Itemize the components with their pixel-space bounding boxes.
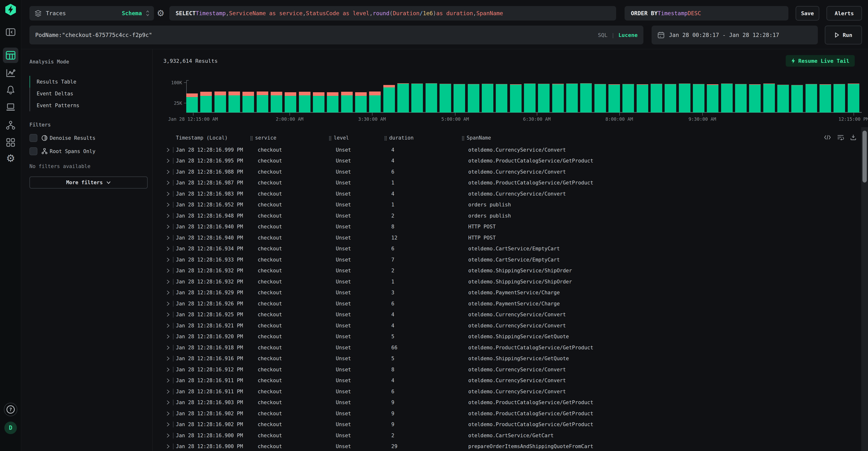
histogram-bar[interactable]	[637, 84, 648, 113]
drag-handle-icon[interactable]: ⣿	[384, 136, 387, 141]
histogram-bar[interactable]	[383, 85, 395, 113]
histogram-bar[interactable]	[580, 83, 592, 113]
hyperdx-logo[interactable]	[0, 4, 21, 16]
sidebar-item-search-active[interactable]	[3, 48, 18, 63]
collapse-panel-icon[interactable]	[0, 27, 21, 37]
histogram-bar[interactable]	[510, 84, 522, 113]
table-row[interactable]: Jan 28 12:28:16.987 PMcheckoutUnset1otel…	[163, 177, 868, 189]
histogram-bar[interactable]	[327, 92, 338, 113]
results-histogram[interactable]: 100K 25K Jan 28 12:15:00 AM2:00:00 AM3:3…	[163, 72, 868, 120]
histogram-bar[interactable]	[609, 84, 620, 113]
table-row[interactable]: Jan 28 12:28:16.929 PMcheckoutUnset3otel…	[163, 287, 868, 299]
table-row[interactable]: Jan 28 12:28:16.921 PMcheckoutUnset4otel…	[163, 320, 868, 331]
histogram-bar[interactable]	[848, 84, 859, 113]
histogram-bar[interactable]	[679, 84, 690, 113]
histogram-bar[interactable]	[806, 84, 817, 113]
sidebar-item-chart-explorer[interactable]	[0, 68, 21, 78]
histogram-bar[interactable]	[721, 84, 733, 113]
row-expand-button[interactable]	[163, 147, 173, 152]
table-row[interactable]: Jan 28 12:28:16.926 PMcheckoutUnset6otel…	[163, 298, 868, 309]
source-select[interactable]: Traces Schema	[29, 6, 154, 21]
table-row[interactable]: Jan 28 12:28:16.983 PMcheckoutUnset4otel…	[163, 188, 868, 199]
histogram-bar[interactable]	[468, 84, 479, 113]
row-expand-button[interactable]	[163, 411, 173, 416]
row-expand-button[interactable]	[163, 400, 173, 405]
row-expand-button[interactable]	[163, 159, 173, 163]
table-row[interactable]: Jan 28 12:28:16.916 PMcheckoutUnset5otel…	[163, 353, 868, 364]
row-expand-button[interactable]	[163, 202, 173, 207]
histogram-bar[interactable]	[834, 84, 845, 113]
mode-event-patterns[interactable]: Event Patterns	[29, 100, 148, 111]
row-expand-button[interactable]	[163, 367, 173, 372]
row-expand-button[interactable]	[163, 246, 173, 251]
wrap-text-icon[interactable]	[837, 135, 844, 140]
histogram-bar[interactable]	[594, 84, 606, 113]
histogram-bar[interactable]	[496, 84, 507, 113]
root-spans-checkbox[interactable]	[29, 147, 37, 155]
table-row[interactable]: Jan 28 12:28:16.900 PMcheckoutUnset29pre…	[163, 441, 868, 451]
sidebar-item-alerts[interactable]	[0, 85, 21, 95]
row-expand-button[interactable]	[163, 224, 173, 229]
histogram-bar[interactable]	[243, 92, 254, 113]
col-service[interactable]: ⣿ service	[248, 135, 326, 141]
drag-handle-icon[interactable]: ⣿	[250, 136, 253, 141]
table-row[interactable]: Jan 28 12:28:16.912 PMcheckoutUnset8otel…	[163, 364, 868, 375]
code-view-icon[interactable]	[824, 135, 831, 140]
histogram-bar[interactable]	[566, 84, 578, 113]
histogram-bar[interactable]	[664, 84, 676, 113]
histogram-bar[interactable]	[411, 84, 423, 113]
row-expand-button[interactable]	[163, 378, 173, 383]
histogram-bar[interactable]	[552, 84, 564, 113]
table-row[interactable]: Jan 28 12:28:16.902 PMcheckoutUnset9otel…	[163, 408, 868, 419]
histogram-bar[interactable]	[749, 84, 761, 113]
histogram-bar[interactable]	[200, 92, 212, 113]
table-row[interactable]: Jan 28 12:28:16.900 PMcheckoutUnset2otel…	[163, 430, 868, 441]
col-timestamp[interactable]: Timestamp (Local)	[174, 135, 248, 141]
orderby-query-input[interactable]: ORDER BY Timestamp DESC	[625, 6, 788, 21]
row-expand-button[interactable]	[163, 433, 173, 438]
table-row[interactable]: Jan 28 12:28:16.933 PMcheckoutUnset7otel…	[163, 254, 868, 265]
lucene-toggle[interactable]: Lucene	[619, 32, 638, 38]
row-expand-button[interactable]	[163, 301, 173, 306]
row-expand-button[interactable]	[163, 422, 173, 427]
more-filters-button[interactable]: More filters	[29, 176, 148, 189]
histogram-bar[interactable]	[538, 84, 550, 113]
histogram-bar[interactable]	[214, 91, 226, 113]
table-row[interactable]: Jan 28 12:28:16.911 PMcheckoutUnset6otel…	[163, 386, 868, 397]
row-expand-button[interactable]	[163, 312, 173, 317]
row-expand-button[interactable]	[163, 345, 173, 350]
table-row[interactable]: Jan 28 12:28:16.948 PMcheckoutUnset2orde…	[163, 210, 868, 221]
table-row[interactable]: Jan 28 12:28:16.940 PMcheckoutUnset12HTT…	[163, 232, 868, 243]
denoise-checkbox[interactable]	[29, 134, 37, 142]
row-expand-button[interactable]	[163, 214, 173, 218]
table-row[interactable]: Jan 28 12:28:16.918 PMcheckoutUnset66ote…	[163, 342, 868, 353]
table-row[interactable]: Jan 28 12:28:16.952 PMcheckoutUnset1orde…	[163, 199, 868, 210]
row-expand-button[interactable]	[163, 290, 173, 295]
table-row[interactable]: Jan 28 12:28:16.903 PMcheckoutUnset9otel…	[163, 397, 868, 408]
histogram-bar[interactable]	[791, 85, 803, 113]
row-expand-button[interactable]	[163, 180, 173, 185]
scrollbar-thumb[interactable]	[863, 131, 867, 182]
schema-mode-label[interactable]: Schema	[122, 10, 142, 17]
histogram-bar[interactable]	[819, 84, 831, 113]
help-button[interactable]: ?	[0, 403, 21, 416]
row-expand-button[interactable]	[163, 444, 173, 449]
table-row[interactable]: Jan 28 12:28:16.902 PMcheckoutUnset9otel…	[163, 419, 868, 430]
histogram-bar[interactable]	[777, 85, 789, 113]
row-expand-button[interactable]	[163, 323, 173, 328]
table-row[interactable]: Jan 28 12:28:16.988 PMcheckoutUnset6otel…	[163, 166, 868, 177]
alerts-button[interactable]: Alerts	[827, 6, 862, 21]
histogram-bar[interactable]	[341, 92, 353, 113]
row-expand-button[interactable]	[163, 169, 173, 174]
download-icon[interactable]	[850, 134, 857, 141]
col-spanname[interactable]: ⣿ SpanName	[459, 135, 868, 141]
col-duration[interactable]: ⣿ duration	[382, 135, 459, 141]
row-expand-button[interactable]	[163, 257, 173, 262]
row-expand-button[interactable]	[163, 235, 173, 240]
histogram-bar[interactable]	[651, 84, 662, 113]
row-expand-button[interactable]	[163, 192, 173, 196]
table-row[interactable]: Jan 28 12:28:16.925 PMcheckoutUnset4otel…	[163, 309, 868, 320]
table-row[interactable]: Jan 28 12:28:16.940 PMcheckoutUnset8HTTP…	[163, 221, 868, 232]
search-input[interactable]: PodName:"checkout-675775c4cc-f2p9c" SQL …	[29, 26, 643, 45]
resume-live-tail-button[interactable]: Resume Live Tail	[786, 55, 855, 67]
